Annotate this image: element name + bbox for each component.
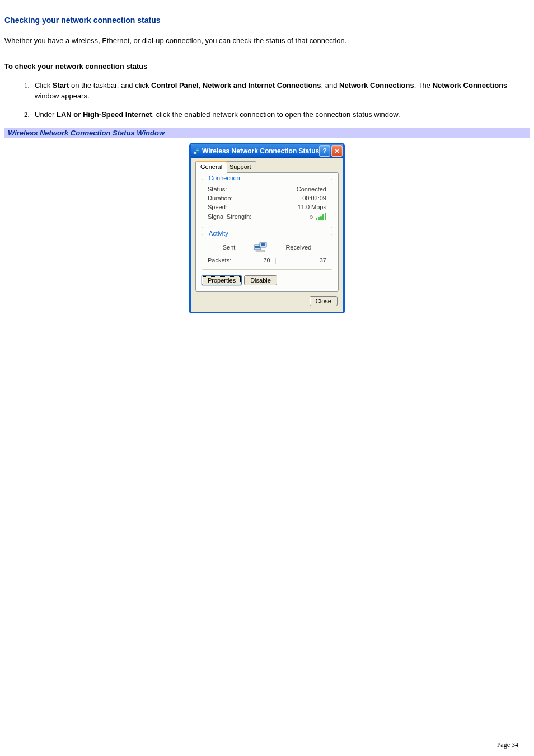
duration-label: Duration: <box>208 195 233 201</box>
step2-text2: , click the enabled network connection t… <box>152 110 400 119</box>
help-button[interactable]: ? <box>319 145 330 157</box>
tab-pane-general: Connection Status: Connected Duration: 0… <box>195 172 339 292</box>
properties-button[interactable]: Properties <box>202 275 242 285</box>
step-2: Under LAN or High-Speed Internet, click … <box>31 110 530 120</box>
activity-group: Activity Sent —— <box>202 234 332 270</box>
connection-legend: Connection <box>207 175 242 181</box>
activity-received-label: Received <box>285 244 311 251</box>
page-footer: Page 34 <box>497 741 518 749</box>
dash-icon-2: —— <box>270 244 283 251</box>
figure-caption: Wireless Network Connection Status Windo… <box>4 128 530 138</box>
tab-support[interactable]: Support <box>224 161 256 173</box>
step1-text2: on the taskbar, and click <box>69 81 151 90</box>
duration-value: 00:03:09 <box>302 195 326 201</box>
status-value: Connected <box>297 186 326 192</box>
status-dialog: Wireless Network Connection Status ? ✕ G… <box>189 143 345 313</box>
activity-legend: Activity <box>207 230 231 237</box>
close-button[interactable]: Close <box>310 296 338 306</box>
wifi-dot-icon <box>310 215 313 219</box>
step1-bold-cp: Control Panel <box>151 81 199 90</box>
packets-received-value: 37 <box>298 257 326 264</box>
step1-text6: window appears. <box>35 92 90 100</box>
speed-label: Speed: <box>208 204 227 210</box>
step1-text: Click <box>35 81 53 90</box>
svg-rect-0 <box>194 152 196 154</box>
tab-general[interactable]: General <box>195 161 227 173</box>
intro-paragraph: Whether you have a wireless, Ethernet, o… <box>4 36 530 46</box>
step1-bold-nc: Network Connections <box>339 81 414 90</box>
dash-icon: —— <box>237 244 251 251</box>
speed-value: 11.0 Mbps <box>298 204 326 210</box>
wireless-icon <box>193 147 200 155</box>
step1-bold-start: Start <box>53 81 69 90</box>
computers-icon <box>253 241 268 253</box>
section-heading: Checking your network connection status <box>4 16 530 25</box>
signal-strength-label: Signal Strength: <box>208 213 251 220</box>
status-label: Status: <box>208 186 227 192</box>
step1-bold-nic: Network and Internet Connections <box>203 81 321 90</box>
packets-sent-value: 70 <box>263 257 270 264</box>
dialog-titlebar[interactable]: Wireless Network Connection Status ? ✕ <box>191 144 343 158</box>
svg-rect-2 <box>255 246 260 248</box>
dialog-title: Wireless Network Connection Status <box>202 147 319 155</box>
procedure-title: To check your network connection status <box>4 62 530 71</box>
tab-row: General Support <box>195 161 339 173</box>
step1-text5: . The <box>414 81 433 90</box>
step2-text1: Under <box>35 110 57 119</box>
connection-group: Connection Status: Connected Duration: 0… <box>202 179 332 228</box>
titlebar-close-button[interactable]: ✕ <box>331 145 343 157</box>
svg-rect-4 <box>261 243 265 246</box>
figure-wrap: Wireless Network Connection Status ? ✕ G… <box>4 143 530 313</box>
packets-label: Packets: <box>208 257 241 264</box>
step1-text4: , and <box>321 81 340 90</box>
step-1: Click Start on the taskbar, and click Co… <box>31 81 530 102</box>
step1-bold-nc2: Network Connections <box>433 81 508 90</box>
procedure-steps: Click Start on the taskbar, and click Co… <box>4 81 530 120</box>
svg-rect-5 <box>256 250 265 252</box>
signal-strength-value <box>310 213 326 220</box>
step2-bold-lan: LAN or High-Speed Internet <box>57 110 152 119</box>
signal-bars-icon <box>316 213 326 220</box>
packets-divider: | <box>275 257 277 264</box>
disable-button[interactable]: Disable <box>244 275 277 285</box>
step1-text3: , <box>199 81 203 90</box>
activity-sent-label: Sent <box>223 244 236 251</box>
